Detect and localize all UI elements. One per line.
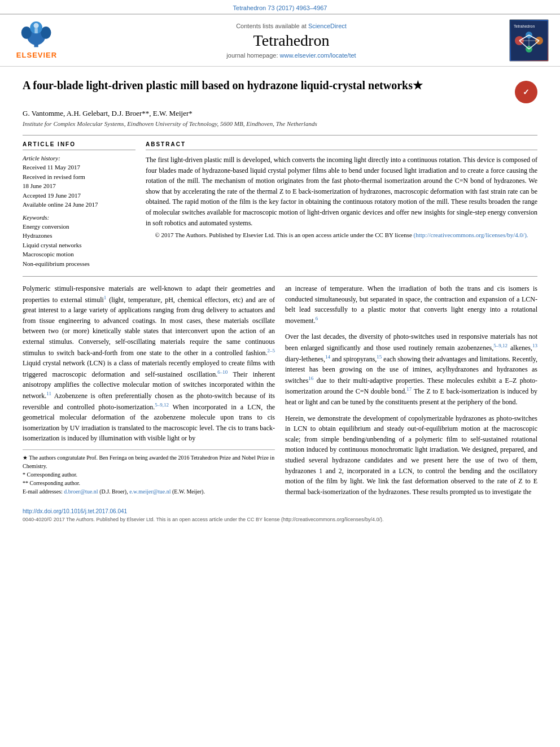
cover-image-icon: Tetrahedron bbox=[511, 21, 548, 60]
footnote-double-star: ** Corresponding author. bbox=[23, 479, 275, 487]
body-para-right-1: an increase of temperature. When the irr… bbox=[285, 283, 537, 326]
authors: G. Vantomme, A.H. Gelebart, D.J. Broer**… bbox=[23, 109, 537, 118]
abstract-col: ABSTRACT The first light-driven plastic … bbox=[146, 141, 537, 268]
cc-text: © 2017 The Authors. Published by Elsevie… bbox=[155, 231, 412, 238]
received-date: Received 11 May 2017 bbox=[23, 163, 135, 172]
abstract-text: The first light-driven plastic mill is d… bbox=[146, 155, 537, 228]
sciencedirect-link[interactable]: ScienceDirect bbox=[308, 23, 347, 29]
homepage-link[interactable]: www.elsevier.com/locate/tet bbox=[280, 52, 356, 59]
article-title-text: A four-blade light-driven plastic mill b… bbox=[23, 78, 509, 93]
back-label: back bbox=[260, 424, 273, 432]
keyword-1: Energy conversion bbox=[23, 222, 135, 231]
page: Tetrahedron 73 (2017) 4963–4967 ELSEVIER… bbox=[0, 0, 560, 747]
body-two-col: Polymeric stimuli-responsive materials a… bbox=[23, 283, 537, 503]
journal-cover: Tetrahedron bbox=[509, 19, 549, 62]
body-col-left: Polymeric stimuli-responsive materials a… bbox=[23, 283, 275, 503]
keyword-3: Liquid crystal networks bbox=[23, 241, 135, 250]
accepted-date: Accepted 19 June 2017 bbox=[23, 191, 135, 200]
svg-rect-6 bbox=[34, 28, 37, 33]
crossmark-badge: ✓ bbox=[515, 81, 537, 103]
homepage-text: journal homepage: bbox=[226, 52, 278, 59]
sciencedirect-line: Contents lists available at ScienceDirec… bbox=[73, 23, 509, 29]
svg-text:Tetrahedron: Tetrahedron bbox=[514, 24, 535, 28]
homepage-line: journal homepage: www.elsevier.com/locat… bbox=[73, 52, 509, 59]
svg-point-3 bbox=[41, 27, 51, 39]
footnote-email: E-mail addresses: d.broer@tue.nl (D.J. B… bbox=[23, 487, 275, 496]
svg-point-5 bbox=[34, 23, 39, 28]
sciencedirect-text: Contents lists available at bbox=[236, 23, 307, 29]
page-footer: 0040-4020/© 2017 The Authors. Published … bbox=[23, 517, 537, 522]
body-para-1: Polymeric stimuli-responsive materials a… bbox=[23, 283, 275, 444]
translated-label: translated bbox=[118, 424, 145, 432]
cc-line: © 2017 The Authors. Published by Elsevie… bbox=[146, 231, 537, 238]
journal-ref-text: Tetrahedron 73 (2017) 4963–4967 bbox=[233, 5, 327, 11]
abstract-label: ABSTRACT bbox=[146, 141, 537, 150]
main-header: ELSEVIER Contents lists available at Sci… bbox=[0, 14, 560, 67]
elsevier-brand-text: ELSEVIER bbox=[16, 51, 57, 59]
received-revised-label: Received in revised form bbox=[23, 172, 135, 182]
article-info-col: ARTICLE INFO Article history: Received 1… bbox=[23, 141, 135, 268]
affiliation: Institute for Complex Molecular Systems,… bbox=[23, 120, 537, 127]
email-meijer[interactable]: e.w.meijer@tue.nl bbox=[129, 488, 170, 495]
affiliation-text: Institute for Complex Molecular Systems,… bbox=[23, 120, 317, 127]
keyword-2: Hydrazones bbox=[23, 231, 135, 241]
available-date: Available online 24 June 2017 bbox=[23, 200, 135, 209]
footnote-single-star: * Corresponding author. bbox=[23, 470, 275, 479]
info-abstract-cols: ARTICLE INFO Article history: Received 1… bbox=[23, 135, 537, 268]
article-title-block: A four-blade light-driven plastic mill b… bbox=[23, 78, 537, 103]
cc-link[interactable]: (http://creativecommons.org/licenses/by/… bbox=[414, 231, 528, 238]
issn-text: 0040-4020/© 2017 The Authors. Published … bbox=[23, 517, 383, 522]
keyword-5: Non-equilibrium processes bbox=[23, 259, 135, 269]
body-col-right: an increase of temperature. When the irr… bbox=[285, 283, 537, 503]
crossmark-icon: ✓ bbox=[518, 84, 535, 101]
header-center: Contents lists available at ScienceDirec… bbox=[73, 23, 509, 59]
paper-content: A four-blade light-driven plastic mill b… bbox=[0, 67, 560, 534]
body-text-area: Polymeric stimuli-responsive materials a… bbox=[23, 276, 537, 503]
body-para-right-3: Herein, we demonstrate the development o… bbox=[285, 413, 537, 497]
svg-point-2 bbox=[21, 27, 32, 39]
svg-text:✓: ✓ bbox=[523, 88, 530, 97]
email-broer[interactable]: d.broer@tue.nl bbox=[64, 488, 98, 495]
journal-title: Tetrahedron bbox=[73, 32, 509, 50]
elsevier-tree-icon bbox=[17, 21, 56, 50]
history-heading: Article history: bbox=[23, 155, 135, 161]
keyword-4: Macroscopic motion bbox=[23, 250, 135, 259]
elsevier-logo: ELSEVIER bbox=[11, 21, 62, 59]
keywords-heading: Keywords: bbox=[23, 214, 135, 221]
revised-date: 18 June 2017 bbox=[23, 181, 135, 191]
footnote-star: ★ The authors congratulate Prof. Ben Fer… bbox=[23, 453, 275, 470]
article-info-label: ARTICLE INFO bbox=[23, 141, 135, 150]
body-para-right-2: Over the last decades, the diversity of … bbox=[285, 331, 537, 407]
footnote-area: ★ The authors congratulate Prof. Ben Fer… bbox=[23, 449, 275, 496]
doi-link[interactable]: http://dx.doi.org/10.1016/j.tet.2017.06.… bbox=[23, 508, 127, 514]
authors-text: G. Vantomme, A.H. Gelebart, D.J. Broer**… bbox=[23, 109, 193, 117]
keywords-section: Keywords: Energy conversion Hydrazones L… bbox=[23, 214, 135, 269]
doi-line: http://dx.doi.org/10.1016/j.tet.2017.06.… bbox=[23, 508, 537, 514]
article-history: Article history: Received 11 May 2017 Re… bbox=[23, 155, 135, 209]
journal-ref: Tetrahedron 73 (2017) 4963–4967 bbox=[0, 0, 560, 14]
